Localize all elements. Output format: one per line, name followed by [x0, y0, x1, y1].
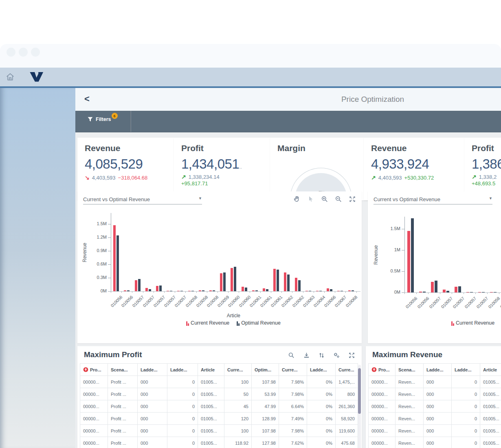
column-header[interactable]: Article	[198, 364, 224, 376]
table-row[interactable]: 00000...Profit ...000001005...120128.997…	[80, 413, 358, 425]
kpi-card-profit-1[interactable]: Profit 1,434,051.. ↗ 1,338,234.14 +95,81…	[174, 138, 283, 200]
expand-icon[interactable]	[348, 352, 355, 359]
x-axis-label: 010058	[487, 296, 501, 309]
x-axis-label: 010060	[227, 294, 241, 308]
column-header[interactable]: Curre...	[224, 364, 252, 376]
filters-button[interactable]: Filters6	[88, 116, 111, 122]
current-revenue-bar	[177, 291, 180, 292]
home-button[interactable]	[5, 72, 15, 82]
legend-item[interactable]: Current Revenue	[186, 320, 229, 326]
current-revenue-bar	[419, 292, 422, 292]
back-button[interactable]: <	[84, 94, 90, 104]
column-header[interactable]: Ladde...	[167, 364, 198, 376]
x-axis-label: 010057	[428, 296, 442, 309]
optimal-revenue-bar	[149, 289, 151, 292]
table-cell: 0%	[307, 425, 336, 437]
current-revenue-bar	[220, 273, 222, 291]
column-header[interactable]: Scena...	[108, 364, 138, 376]
column-header[interactable]: Curre...	[279, 364, 307, 376]
kpi-card-profit-2[interactable]: Profit 1,386 ↗ 1,338,2 +48,693.5	[464, 138, 501, 200]
scrollbar-thumb[interactable]	[358, 368, 361, 414]
table-row[interactable]: 00000...Reven...000001005...	[369, 376, 501, 388]
column-header[interactable]: Pro...	[369, 364, 396, 376]
column-header[interactable]: Ladde...	[424, 364, 452, 376]
table-cell: 100	[224, 376, 252, 388]
table-cell: 100	[224, 425, 252, 437]
trend-down-icon: ↘	[85, 174, 90, 181]
x-axis-label: 010057	[174, 294, 187, 308]
cursor-icon[interactable]	[307, 195, 314, 203]
chevron-down-icon: ▼	[489, 196, 492, 202]
table-cell: 118.92	[224, 437, 252, 448]
table-row[interactable]: 00000...Profit ...000001005...5053.997.9…	[80, 388, 358, 400]
column-header[interactable]: Ladde...	[138, 364, 167, 376]
kpi-card-revenue-2[interactable]: Revenue 4,933,924 ↗ 4,403,593 +530,330.7…	[364, 138, 473, 200]
y-axis-tick	[108, 291, 111, 292]
zoom-in-icon[interactable]	[321, 195, 328, 203]
current-revenue-bar	[478, 292, 481, 293]
table-cell: 58,920	[336, 413, 358, 425]
sort-icon[interactable]	[318, 352, 325, 359]
pan-icon[interactable]	[293, 195, 301, 203]
table-row[interactable]: 00000...Reven...000001005...	[369, 400, 501, 413]
table-cell: 01005...	[480, 425, 501, 437]
table-cell: 0	[452, 388, 480, 400]
x-axis-label: 010061	[259, 294, 272, 308]
table-cell: Profit ...	[108, 388, 138, 400]
table-row[interactable]: 00000...Profit ...000001005...118.92127.…	[80, 437, 358, 448]
table-row[interactable]: 00000...Reven...000001005...	[369, 388, 501, 400]
download-icon[interactable]	[303, 352, 310, 359]
table-row[interactable]: 00000...Reven...000001005...	[369, 425, 501, 437]
table-cell: 50	[224, 388, 252, 400]
search-icon[interactable]	[288, 352, 295, 359]
column-header[interactable]: Ladde...	[307, 364, 336, 376]
zoom-out-icon[interactable]	[335, 195, 342, 203]
column-header[interactable]: Article	[480, 364, 501, 376]
table-row[interactable]: 00000...Profit ...000001005...100107.987…	[80, 376, 358, 388]
kpi-reference: 4,403,593	[378, 175, 402, 181]
table-cell: Reven...	[396, 413, 424, 425]
column-header[interactable]: Curre...	[336, 364, 358, 376]
column-header[interactable]: Pro...	[80, 364, 108, 376]
table-cell: 00000...	[80, 437, 108, 448]
left-sidebar	[0, 88, 75, 448]
column-header[interactable]: Ladde...	[452, 364, 480, 376]
legend-item[interactable]: Current Revenue	[451, 320, 494, 326]
table-cell: 0	[167, 400, 198, 413]
window-dot-1	[7, 48, 15, 57]
current-revenue-bar	[284, 272, 286, 291]
optimal-revenue-bar	[423, 292, 426, 292]
optimal-revenue-bar	[202, 290, 204, 291]
x-axis-label: 010061	[248, 294, 262, 308]
table-cell: 107.98	[252, 376, 279, 388]
table-cell: Profit ...	[108, 413, 138, 425]
kpi-reference: 4,403,593	[92, 175, 116, 181]
column-header[interactable]: Scena...	[396, 364, 424, 376]
chart-type-select[interactable]: Current vs Optimal Revenue ▼	[83, 196, 202, 204]
table-cell: 7.98%	[279, 388, 307, 400]
table-cell: 0	[167, 388, 198, 400]
expand-icon[interactable]	[349, 195, 356, 203]
chart-select-value: Current vs Optimal Revenue	[374, 196, 440, 202]
kpi-card-margin[interactable]: Margin -7%	[270, 138, 372, 200]
optimal-revenue-bar	[116, 235, 119, 292]
table-cell: 00000...	[369, 413, 396, 425]
column-header[interactable]: Optim...	[252, 364, 279, 376]
chart-type-select[interactable]: Current vs Optimal Revenue ▼	[374, 196, 492, 204]
table-cell: 128.99	[252, 413, 279, 425]
table-cell: 7.98%	[279, 376, 307, 388]
current-revenue-bar	[167, 291, 169, 292]
table-row[interactable]: 00000...Reven...000001005...	[369, 437, 501, 448]
kpi-card-revenue-1[interactable]: Revenue 4,085,529 ↘ 4,403,593 −318,064.6…	[77, 138, 187, 200]
x-axis-label: 010058	[206, 294, 219, 308]
y-axis-tick-label: 0.6M	[91, 261, 107, 266]
table-row[interactable]: 00000...Profit ...000001005...100107.987…	[80, 425, 358, 437]
kpi-title: Revenue	[371, 143, 466, 153]
optimal-revenue-bar	[458, 286, 461, 292]
table-cell: 120	[224, 413, 252, 425]
settings-icon[interactable]	[333, 352, 340, 359]
table-row[interactable]: 00000...Reven...000001005...	[369, 413, 501, 425]
table-cell: 127.98	[252, 437, 279, 448]
legend-item[interactable]: Optimal Revenue	[237, 320, 281, 326]
table-row[interactable]: 00000...Profit ...000001005...4547.996.6…	[80, 400, 358, 413]
